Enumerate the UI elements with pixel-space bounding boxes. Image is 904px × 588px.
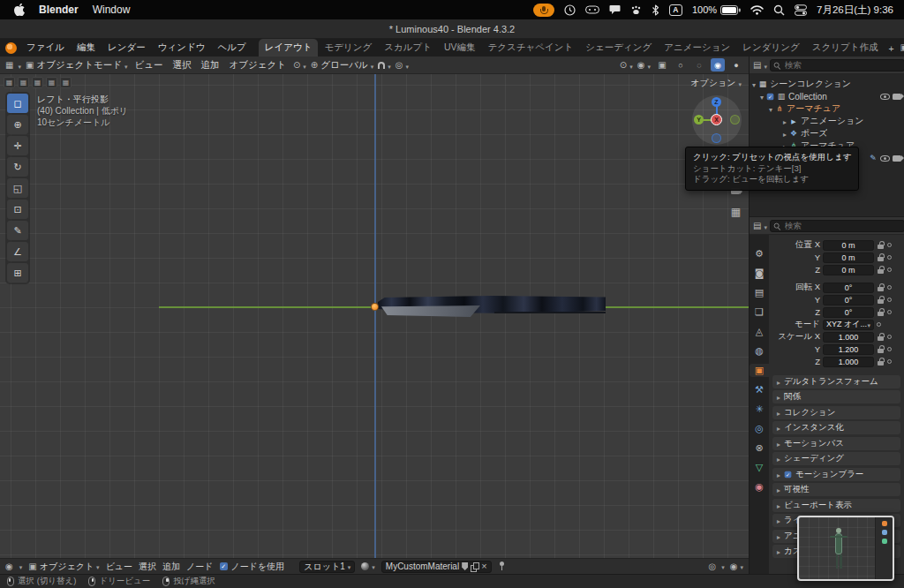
decorator-icon[interactable] — [887, 255, 892, 260]
xray-toggle[interactable] — [655, 58, 669, 72]
tab-output[interactable]: ▤ — [751, 286, 767, 299]
location-x-field[interactable]: 0 m — [823, 240, 874, 251]
lock-icon[interactable] — [877, 240, 885, 250]
snapping-dropdown[interactable] — [378, 60, 391, 71]
scale-tool[interactable] — [7, 178, 28, 198]
tab-modifiers[interactable]: ⚒ — [751, 383, 767, 396]
outliner-row-animation[interactable]: アニメーション — [750, 115, 904, 127]
editor-type-icon[interactable] — [5, 61, 13, 70]
viewport-toggle-icon-1[interactable] — [4, 77, 15, 88]
chevron-down-icon[interactable] — [721, 562, 725, 571]
tab-object[interactable]: ▣ — [750, 364, 769, 377]
expand-icon[interactable] — [783, 129, 787, 139]
viewport-3d[interactable]: オブジェクトモード ビュー 選択 追加 オブジェクト グローバル — [0, 57, 749, 558]
material-browse-dropdown[interactable] — [361, 562, 375, 571]
fake-user-icon[interactable] — [462, 562, 468, 570]
outliner-row-collection[interactable]: Collection — [750, 90, 904, 102]
grid-toggle-icon[interactable] — [731, 207, 741, 217]
decorator-icon[interactable] — [887, 243, 892, 247]
section-motion-blur[interactable]: モーションブラー — [772, 468, 900, 481]
shader-menu-node[interactable]: ノード — [186, 561, 213, 573]
tab-texture-paint[interactable]: テクスチャペイント — [482, 39, 580, 57]
overlays-dropdown[interactable] — [637, 60, 651, 71]
bluetooth-icon[interactable] — [652, 4, 659, 16]
camera-icon[interactable] — [893, 94, 901, 100]
tab-modeling[interactable]: モデリング — [318, 39, 378, 57]
spotlight-icon[interactable] — [773, 4, 785, 16]
menu-help[interactable]: ヘルプ — [212, 40, 251, 56]
transform-tool[interactable] — [7, 200, 28, 219]
tab-shading[interactable]: シェーディング — [579, 39, 658, 57]
lock-icon[interactable] — [877, 283, 885, 292]
chevron-down-icon[interactable] — [764, 60, 767, 71]
shading-solid-button[interactable]: ◌ — [692, 58, 706, 72]
decorator-icon[interactable] — [887, 268, 892, 272]
properties-editor-icon[interactable] — [753, 222, 761, 230]
shader-overlay-icon[interactable] — [709, 562, 717, 571]
expand-icon[interactable] — [752, 79, 756, 89]
mode-dropdown[interactable]: オブジェクトモード — [26, 59, 127, 72]
rotate-tool[interactable] — [7, 157, 28, 177]
shading-material-button[interactable]: ◉ — [711, 58, 725, 72]
menubar-app-name[interactable]: Blender — [39, 4, 79, 16]
shader-preview-dropdown[interactable] — [730, 562, 743, 571]
scene-selector[interactable]: Scene — [900, 42, 904, 53]
microphone-indicator-icon[interactable] — [533, 4, 554, 17]
chevron-down-icon[interactable] — [764, 221, 767, 231]
scale-z-field[interactable]: 1.000 — [823, 357, 874, 367]
shader-menu-add[interactable]: 追加 — [162, 561, 180, 573]
viewport-toggle-icon-3[interactable] — [32, 77, 43, 88]
decorator-icon[interactable] — [887, 285, 892, 290]
section-motion-paths[interactable]: モーションパス — [772, 437, 900, 450]
rotation-z-field[interactable]: 0° — [823, 307, 874, 318]
shader-object-dropdown[interactable]: オブジェクト — [28, 561, 99, 573]
viewport-menu-view[interactable]: ビュー — [132, 59, 165, 72]
cursor-tool[interactable] — [7, 115, 28, 134]
tab-constraints[interactable]: ⊗ — [751, 441, 767, 455]
gizmos-dropdown[interactable] — [620, 60, 633, 71]
viewport-canvas[interactable]: レフト・平行投影 (40) Collection | 低ポリ 10センチメートル… — [0, 74, 749, 558]
outliner-row-scene-collection[interactable]: シーンコレクション — [750, 78, 904, 90]
eye-icon[interactable] — [880, 94, 890, 100]
preview-window[interactable] — [797, 516, 894, 581]
decorator-icon[interactable] — [887, 298, 892, 302]
lock-icon[interactable] — [877, 307, 885, 317]
viewport-menu-object[interactable]: オブジェクト — [226, 59, 288, 72]
rotation-y-field[interactable]: 0° — [823, 295, 874, 305]
tab-render[interactable]: ◙ — [751, 267, 767, 280]
viewport-menu-select[interactable]: 選択 — [170, 59, 193, 72]
use-nodes-checkbox[interactable]: ノードを使用 — [220, 561, 285, 573]
outliner-row-pose[interactable]: ポーズ — [750, 127, 904, 139]
gizmo-x-axis[interactable]: X — [711, 114, 722, 125]
menu-file[interactable]: ファイル — [21, 40, 70, 56]
shading-rendered-button[interactable]: ● — [729, 58, 743, 72]
location-z-field[interactable]: 0 m — [823, 265, 874, 275]
section-delta-transform[interactable]: デルタトランスフォーム — [772, 375, 900, 388]
rotation-x-field[interactable]: 0° — [823, 283, 874, 293]
tab-view-layer[interactable]: ❏ — [751, 305, 767, 319]
options-dropdown[interactable]: オプション — [690, 77, 742, 89]
transform-pivot-dropdown[interactable] — [293, 60, 306, 71]
tab-uv-editing[interactable]: UV編集 — [438, 39, 482, 57]
game-controller-icon[interactable] — [585, 5, 599, 14]
navigation-gizmo[interactable]: Z Y X — [692, 95, 742, 145]
scale-x-field[interactable]: 1.000 — [823, 332, 874, 343]
proportional-editing-dropdown[interactable] — [396, 60, 409, 71]
lock-icon[interactable] — [877, 344, 885, 354]
scale-y-field[interactable]: 1.200 — [823, 344, 874, 355]
lock-icon[interactable] — [877, 253, 885, 262]
decorator-icon[interactable] — [887, 335, 892, 339]
gizmo-y-neg-axis[interactable] — [730, 115, 740, 124]
chat-bubble-icon[interactable] — [609, 4, 621, 15]
tab-sculpting[interactable]: スカルプト — [378, 39, 438, 57]
shader-menu-select[interactable]: 選択 — [139, 561, 156, 573]
tab-layout[interactable]: レイアウト — [259, 39, 319, 57]
add-cube-tool[interactable] — [7, 263, 28, 283]
blender-logo-icon[interactable] — [5, 42, 17, 54]
wifi-icon[interactable] — [750, 5, 764, 15]
control-center-icon[interactable] — [795, 4, 807, 16]
tab-physics[interactable]: ◎ — [751, 422, 767, 435]
shading-wireframe-button[interactable]: ○ — [674, 58, 688, 72]
expand-icon[interactable] — [760, 92, 764, 102]
tab-world[interactable]: ◍ — [751, 344, 767, 358]
